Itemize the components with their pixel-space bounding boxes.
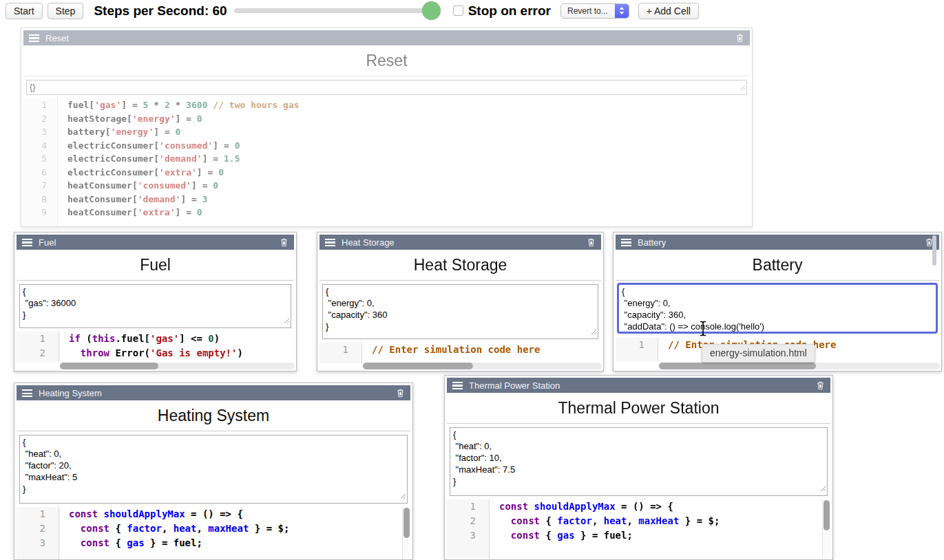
state-textarea-focused[interactable]: { "energy": 0, "capacity": 360, "addData… [618, 284, 936, 332]
line-content: heatConsumer['consumed'] = 0 [58, 179, 218, 193]
scrollbar-thumb[interactable] [659, 363, 816, 369]
resize-handle-icon[interactable] [284, 315, 290, 327]
scrollbar-thumb[interactable] [60, 363, 158, 369]
line-number: 1 [23, 98, 58, 112]
drag-handle-icon[interactable] [325, 239, 335, 246]
scrollbar-thumb[interactable] [824, 500, 830, 530]
line-content: fuel['gas'] = 5 * 2 * 3600 // two hours … [58, 98, 300, 112]
code-line[interactable]: 2 const { factor, heat, maxHeat } = $; [447, 514, 830, 528]
code-line[interactable]: 1if (this.fuel['gas'] <= 0) [17, 332, 294, 346]
line-number: 2 [17, 346, 59, 360]
code-line[interactable]: 1fuel['gas'] = 5 * 2 * 3600 // two hours… [23, 98, 750, 112]
toolbar: Start Step Steps per Second: 60 Stop on … [0, 0, 944, 21]
code-editor[interactable]: 1// Enter simulation code here [319, 343, 601, 363]
line-content: heatConsumer['demand'] = 3 [58, 193, 208, 206]
drag-handle-icon[interactable] [29, 34, 39, 42]
code-editor[interactable]: 1const shouldApplyMax = () => {2 const {… [447, 499, 830, 559]
speed-label: Steps per Second: 60 [94, 3, 227, 19]
cell-thermal-power-station-header[interactable]: Thermal Power Station [447, 378, 830, 393]
line-content: const shouldApplyMax = () => { [59, 507, 243, 521]
speed-slider[interactable] [234, 8, 438, 13]
line-content: electricConsumer['demand'] = 1.5 [58, 152, 240, 166]
code-line[interactable]: 9heatConsumer['extra'] = 0 [23, 206, 750, 219]
code-line[interactable]: 6electricConsumer['extra'] = 0 [23, 166, 750, 180]
line-content: const { gas } = fuel; [59, 536, 202, 550]
divider [17, 431, 410, 431]
code-line[interactable]: 1// Enter simulation code here [319, 343, 601, 357]
delete-cell-button[interactable] [735, 33, 744, 43]
step-button[interactable]: Step [48, 3, 84, 19]
line-content: electricConsumer['extra'] = 0 [58, 166, 224, 180]
code-line[interactable]: 2 const { factor, heat, maxHeat } = $; [17, 521, 410, 536]
drag-handle-icon[interactable] [452, 382, 463, 389]
start-button[interactable]: Start [6, 3, 43, 19]
delete-cell-button[interactable] [396, 388, 405, 398]
cell-fuel-header[interactable]: Fuel [17, 235, 294, 250]
line-number: 6 [23, 166, 58, 180]
cell-heat-storage: Heat Storage Heat Storage { "energy": 0,… [317, 232, 604, 371]
resize-handle-icon[interactable] [400, 491, 406, 502]
cell-reset-header[interactable]: Reset [23, 30, 750, 45]
line-number: 1 [319, 343, 362, 357]
line-number: 8 [23, 193, 58, 206]
revert-to-select[interactable]: Revert to... [560, 3, 629, 19]
code-line[interactable]: 8heatConsumer['demand'] = 3 [23, 193, 750, 206]
cell-heating-system-header[interactable]: Heating System [17, 385, 410, 400]
state-textarea[interactable]: { "energy": 0, "capacity": 360 } [322, 284, 598, 339]
drag-handle-icon[interactable] [621, 239, 631, 246]
drag-handle-icon[interactable] [22, 389, 32, 397]
state-textarea[interactable]: { "heat": 0, "factor": 10, "maxHeat": 7.… [450, 427, 828, 496]
textarea-v-scrollbar[interactable] [932, 235, 936, 266]
resize-handle-icon[interactable] [820, 483, 826, 495]
slider-knob[interactable] [422, 1, 441, 20]
code-editor[interactable]: 1const shouldApplyMax = () => {2 const {… [17, 507, 410, 559]
line-number: 1 [17, 332, 59, 346]
state-textarea[interactable]: { "heat": 0, "factor": 20, "maxHeat": 5 … [19, 435, 408, 504]
scrollbar-thumb[interactable] [403, 508, 410, 538]
code-editor[interactable]: 1fuel['gas'] = 5 * 2 * 3600 // two hours… [23, 98, 750, 226]
stop-on-error-checkbox[interactable] [453, 6, 463, 16]
v-scrollbar[interactable] [822, 499, 830, 559]
h-scrollbar[interactable] [60, 363, 295, 369]
delete-cell-button[interactable] [280, 237, 289, 247]
code-line[interactable]: 4electricConsumer['consumed'] = 0 [23, 139, 750, 153]
code-line[interactable]: 1const shouldApplyMax = () => { [447, 499, 830, 514]
scrollbar-thumb[interactable] [363, 363, 473, 369]
h-scrollbar[interactable] [659, 363, 940, 369]
cell-battery-header[interactable]: Battery [616, 235, 939, 250]
resize-handle-icon[interactable] [740, 82, 746, 94]
resize-handle-icon[interactable] [591, 326, 597, 338]
drag-handle-icon[interactable] [22, 239, 32, 246]
delete-cell-button[interactable] [587, 237, 596, 247]
state-textarea[interactable]: {} [26, 80, 747, 95]
cell-heading: Heating System [17, 400, 410, 431]
code-line[interactable]: 2 throw Error('Gas is empty!') [17, 346, 294, 360]
cell-heat-storage-header[interactable]: Heat Storage [319, 235, 601, 250]
h-scrollbar[interactable] [363, 363, 602, 369]
cell-thermal-power-station: Thermal Power Station Thermal Power Stat… [444, 375, 833, 560]
cell-title: Heating System [39, 388, 396, 398]
v-scrollbar[interactable] [402, 507, 410, 559]
code-line[interactable]: 5electricConsumer['demand'] = 1.5 [23, 152, 750, 166]
code-line[interactable]: 3 const { gas } = fuel; [447, 528, 830, 543]
divider [17, 280, 294, 281]
speed-value: 60 [213, 3, 227, 18]
cell-fuel: Fuel Fuel { "gas": 36000 } 1if (this.fue… [14, 232, 297, 371]
code-line[interactable]: 2heatStorage['energy'] = 0 [23, 112, 750, 126]
line-content: const { factor, heat, maxHeat } = $; [490, 514, 720, 528]
code-line[interactable]: 1const shouldApplyMax = () => { [17, 507, 410, 521]
line-content: const shouldApplyMax = () => { [490, 499, 673, 514]
cell-title: Battery [638, 237, 925, 248]
line-number: 1 [17, 507, 59, 521]
code-line[interactable]: 3battery['energy'] = 0 [23, 125, 750, 139]
code-line[interactable]: 7heatConsumer['consumed'] = 0 [23, 179, 750, 193]
add-cell-button[interactable]: + Add Cell [638, 3, 699, 19]
state-textarea[interactable]: { "gas": 36000 } [19, 284, 291, 328]
tooltip: energy-simulation.html [702, 344, 815, 363]
code-editor[interactable]: 1if (this.fuel['gas'] <= 0)2 throw Error… [17, 332, 294, 362]
divider [616, 280, 939, 281]
code-line[interactable]: 3 const { gas } = fuel; [17, 536, 410, 550]
delete-cell-button[interactable] [816, 380, 825, 390]
cell-reset: Reset Reset {} 1fuel['gas'] = 5 * 2 * 36… [21, 28, 753, 227]
line-number: 3 [17, 536, 59, 550]
